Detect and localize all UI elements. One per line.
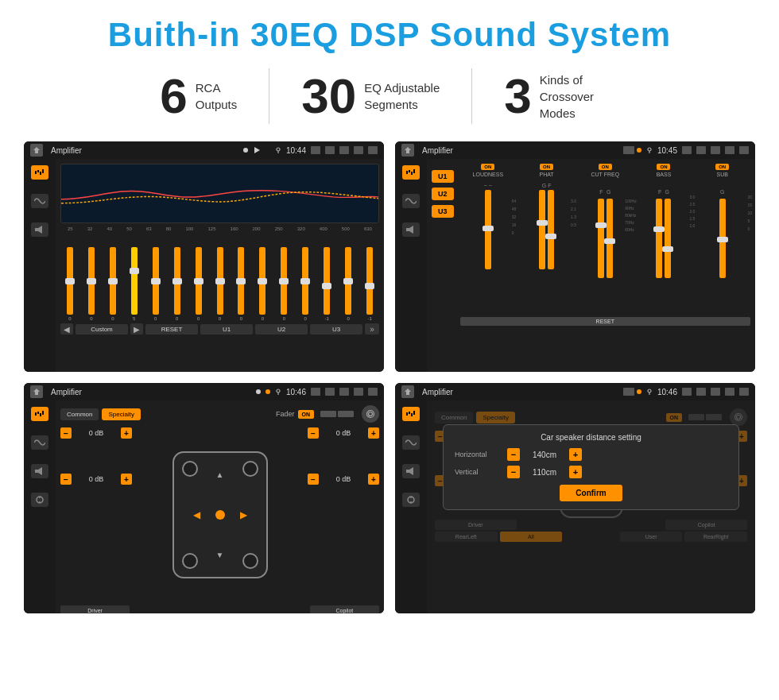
svg-point-30 (648, 389, 651, 393)
db-plus-1[interactable]: + (121, 427, 132, 439)
page-title: Buith-in 30EQ DSP Sound System (24, 16, 755, 54)
speaker-rear-left (182, 553, 198, 569)
db-minus-1[interactable]: − (60, 427, 72, 439)
eq-slider-4[interactable]: 0 (146, 247, 165, 321)
eq-sidebar-speaker-icon[interactable] (31, 222, 48, 237)
eq-slider-13[interactable]: 0 (339, 247, 358, 321)
play-icon (253, 146, 261, 154)
fader-sidebar-icon-1[interactable] (31, 407, 48, 421)
u3-button[interactable]: U3 (432, 205, 454, 218)
fader-body: − 0 dB + − 0 dB + (60, 427, 379, 602)
eq-screen-content: 253240506380100125160200250320400500630 … (24, 159, 384, 372)
vertical-minus-btn[interactable]: − (507, 466, 520, 478)
home-icon-2[interactable] (401, 144, 414, 157)
db-value-3: 0 dB (321, 429, 366, 437)
status-bar-eq: Amplifier 10:44 (24, 141, 384, 159)
eq-slider-1[interactable]: 0 (82, 247, 101, 321)
vertical-row: Vertical − 110cm + (455, 466, 727, 478)
back-icon-2 (739, 146, 749, 154)
status-dot-1 (243, 148, 248, 153)
svg-rect-15 (406, 228, 409, 231)
eq-slider-0[interactable]: 0 (60, 247, 79, 321)
crossover-sidebar (395, 159, 427, 372)
eq-u3-btn[interactable]: U3 (310, 324, 362, 335)
eq-more-btn[interactable]: » (365, 323, 379, 335)
home-icon[interactable] (30, 144, 43, 157)
db-plus-2[interactable]: + (121, 474, 132, 485)
eq-slider-11[interactable]: 0 (296, 247, 315, 321)
cutfreq-on[interactable]: ON (599, 164, 612, 170)
fader-on-badge[interactable]: ON (298, 410, 315, 419)
common-tab[interactable]: Common (60, 408, 99, 420)
db-plus-3[interactable]: + (368, 427, 379, 439)
fader-sidebar-icon-4[interactable] (31, 493, 48, 507)
phat-on[interactable]: ON (540, 164, 553, 170)
driver-btn[interactable]: Driver (60, 605, 130, 613)
copilot-btn[interactable]: Copilot (310, 605, 379, 613)
eq-u2-btn[interactable]: U2 (255, 324, 308, 335)
bass-on[interactable]: ON (657, 164, 670, 170)
loudness-on[interactable]: ON (481, 164, 494, 170)
dist-bg-top: Common Specialty ON (435, 408, 747, 426)
dist-sidebar-icon-3[interactable] (402, 464, 420, 478)
u2-button[interactable]: U2 (432, 188, 454, 200)
pin-icon-3 (275, 389, 281, 395)
eq-u1-btn[interactable]: U1 (200, 324, 253, 335)
home-icon-4[interactable] (401, 385, 414, 398)
eq-slider-14[interactable]: -1 (360, 247, 379, 321)
crossover-sidebar-icon-3[interactable] (402, 222, 420, 237)
confirm-button[interactable]: Confirm (560, 485, 622, 501)
fader-sidebar-icon-2[interactable] (31, 435, 48, 450)
eq-sidebar-wave-icon[interactable] (31, 194, 48, 208)
svg-marker-8 (38, 226, 42, 234)
eq-slider-12[interactable]: -1 (317, 247, 336, 321)
dist-specialty-tab[interactable]: Specialty (476, 412, 514, 423)
fader-settings-btn[interactable] (362, 405, 379, 423)
dist-common-tab[interactable]: Common (435, 412, 473, 423)
svg-marker-24 (38, 467, 42, 475)
eq-sidebar-eq-icon[interactable] (31, 165, 48, 180)
db-plus-4[interactable]: + (368, 474, 379, 485)
eq-slider-2[interactable]: 0 (103, 247, 122, 321)
fader-sidebar-icon-3[interactable] (31, 464, 48, 478)
eq-slider-8[interactable]: 0 (232, 247, 251, 321)
vertical-plus-btn[interactable]: + (569, 466, 582, 478)
sub-on[interactable]: ON (715, 164, 729, 170)
eq-reset-btn[interactable]: RESET (145, 324, 198, 335)
eq-slider-3[interactable]: 5 (125, 247, 144, 321)
svg-point-17 (277, 389, 280, 393)
crossover-sidebar-icon-1[interactable] (402, 165, 420, 180)
eq-custom-btn[interactable]: Custom (76, 324, 128, 335)
eq-slider-7[interactable]: 0 (211, 247, 230, 321)
specialty-tab[interactable]: Specialty (102, 408, 140, 420)
eq-slider-10[interactable]: 0 (274, 247, 293, 321)
crossover-reset-btn[interactable]: RESET (460, 317, 750, 326)
page-wrapper: Buith-in 30EQ DSP Sound System 6 RCAOutp… (0, 0, 779, 629)
eq-slider-9[interactable]: 0 (253, 247, 272, 321)
stat-eq-number: 30 (301, 72, 356, 121)
db-minus-3[interactable]: − (308, 427, 319, 439)
dist-sidebar-icon-4[interactable] (402, 493, 420, 507)
status-bar-fader: Amplifier 10:46 (24, 383, 384, 400)
crossover-sidebar-icon-2[interactable] (402, 194, 420, 208)
horizontal-minus-btn[interactable]: − (507, 448, 520, 461)
horizontal-plus-btn[interactable]: + (569, 448, 582, 461)
u1-button[interactable]: U1 (432, 170, 454, 183)
db-minus-2[interactable]: − (60, 474, 72, 485)
stat-rca-label: RCAOutputs (196, 79, 238, 113)
home-icon-3[interactable] (30, 385, 43, 398)
distance-dialog: Car speaker distance setting Horizontal … (443, 424, 739, 510)
dialog-title: Car speaker distance setting (455, 433, 727, 442)
db-minus-4[interactable]: − (308, 474, 319, 485)
dist-sidebar-icon-2[interactable] (402, 435, 420, 450)
svg-marker-16 (409, 226, 413, 234)
crossover-controls: ON LOUDNESS ON PHAT ON CUT FREQ (460, 164, 750, 367)
eq-slider-6[interactable]: 0 (189, 247, 208, 321)
dist-sidebar-icon-1[interactable] (402, 407, 420, 421)
eq-slider-5[interactable]: 0 (168, 247, 187, 321)
car-diagram: ◀ ▶ ▲ ▼ (172, 451, 268, 578)
eq-prev-btn[interactable]: ◀ (60, 323, 73, 335)
volume-icon (325, 146, 335, 154)
volume-icon-3 (325, 388, 335, 396)
eq-next-btn[interactable]: ▶ (130, 323, 143, 335)
